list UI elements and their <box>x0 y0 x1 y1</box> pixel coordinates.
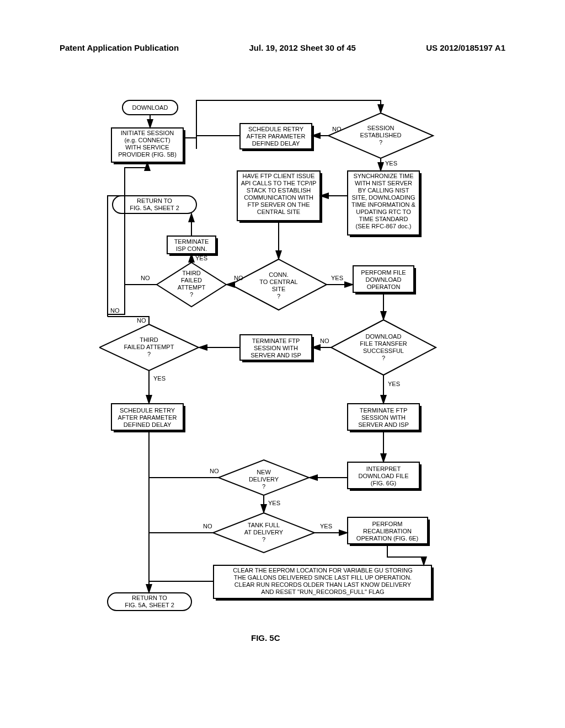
svg-text:?: ? <box>190 291 193 298</box>
svg-text:UPDATING RTC TO: UPDATING RTC TO <box>356 208 411 215</box>
svg-text:NO: NO <box>332 126 342 132</box>
node-perform-download: PERFORM FILE DOWNLOAD OPERATON <box>353 266 416 295</box>
node-session-established: SESSION ESTABLISHED ? <box>328 113 433 158</box>
svg-text:STACK TO ESTABLISH: STACK TO ESTABLISH <box>247 187 311 194</box>
svg-text:DOWNLOAD FILE: DOWNLOAD FILE <box>358 473 408 479</box>
svg-text:NO: NO <box>234 275 243 281</box>
svg-text:TIME STANDARD: TIME STANDARD <box>359 216 408 222</box>
node-terminate-isp: TERMINATE ISP CONN. <box>167 236 218 256</box>
svg-text:TIME INFORMATION &: TIME INFORMATION & <box>351 201 416 208</box>
svg-text:THIRD: THIRD <box>140 336 158 343</box>
svg-text:SYNCHRONIZE TIME: SYNCHRONIZE TIME <box>353 173 413 179</box>
svg-text:NO: NO <box>141 275 150 281</box>
svg-text:PERFORM FILE: PERFORM FILE <box>361 269 406 276</box>
svg-text:TO CENTRAL: TO CENTRAL <box>259 279 297 285</box>
header-left: Patent Application Publication <box>60 43 179 52</box>
svg-text:SUCCESSFUL: SUCCESSFUL <box>363 347 404 354</box>
svg-text:NO: NO <box>110 307 120 314</box>
svg-text:FIG. 5A, SHEET 2: FIG. 5A, SHEET 2 <box>130 205 179 211</box>
node-interpret: INTERPRET DOWNLOAD FILE (FIG. 6G) <box>348 462 422 491</box>
svg-text:?: ? <box>379 139 382 146</box>
svg-text:FAILED: FAILED <box>181 277 202 283</box>
svg-text:YES: YES <box>153 375 166 382</box>
svg-text:TERMINATE: TERMINATE <box>174 238 209 245</box>
svg-text:NO: NO <box>320 338 329 344</box>
svg-text:DEFINED DELAY: DEFINED DELAY <box>124 421 172 428</box>
svg-text:WITH SERVICE: WITH SERVICE <box>125 144 169 151</box>
svg-text:?: ? <box>147 351 151 357</box>
svg-text:YES: YES <box>268 500 280 506</box>
svg-text:AND RESET "RUN_RECORDS_FULL" F: AND RESET "RUN_RECORDS_FULL" FLAG <box>261 588 384 595</box>
node-perform-recal: PERFORM RECALIBRATION OPERATION (FIG. 6E… <box>348 517 430 546</box>
node-third-failed-small: THIRD FAILED ATTEMPT ? <box>157 263 226 307</box>
svg-text:PROVIDER (FIG. 5B): PROVIDER (FIG. 5B) <box>118 151 177 158</box>
svg-text:SITE, DOWNLOADING: SITE, DOWNLOADING <box>352 194 415 201</box>
svg-text:FIG. 5A, SHEET 2: FIG. 5A, SHEET 2 <box>125 602 174 608</box>
header-right: US 2012/0185197 A1 <box>426 43 505 52</box>
svg-text:TERMINATE FTP: TERMINATE FTP <box>252 338 300 344</box>
node-schedule-retry-bot: SCHEDULE RETRY AFTER PARAMETER DEFINED D… <box>111 404 185 432</box>
svg-text:FAILED ATTEMPT: FAILED ATTEMPT <box>124 344 174 350</box>
page-header: Patent Application Publication Jul. 19, … <box>60 43 505 52</box>
svg-text:THE GALLONS DELIVERED SINCE LA: THE GALLONS DELIVERED SINCE LAST FILL UP… <box>234 574 412 581</box>
svg-text:(e.g. CONNECT): (e.g. CONNECT) <box>124 137 170 143</box>
svg-text:BY CALLING NIST: BY CALLING NIST <box>358 187 409 194</box>
header-center: Jul. 19, 2012 Sheet 30 of 45 <box>249 43 355 52</box>
svg-text:INTERPRET: INTERPRET <box>366 465 401 472</box>
page: Patent Application Publication Jul. 19, … <box>0 0 565 728</box>
svg-text:ISP CONN.: ISP CONN. <box>176 245 207 252</box>
svg-text:CONN.: CONN. <box>269 271 288 278</box>
svg-text:WITH NIST SERVER: WITH NIST SERVER <box>355 180 412 186</box>
svg-text:FILE TRANSFER: FILE TRANSFER <box>360 340 407 347</box>
svg-text:AFTER PARAMETER: AFTER PARAMETER <box>118 414 177 421</box>
svg-text:NO: NO <box>203 523 212 529</box>
node-return-bot: RETURN TO FIG. 5A, SHEET 2 <box>108 593 191 611</box>
svg-text:YES: YES <box>388 381 400 387</box>
flowchart: DOWNLOAD INITIATE SESSION (e.g. CONNECT)… <box>99 94 458 646</box>
svg-text:ATTEMPT: ATTEMPT <box>178 284 206 291</box>
svg-text:?: ? <box>277 293 280 299</box>
svg-text:INITIATE SESSION: INITIATE SESSION <box>121 130 174 136</box>
svg-text:?: ? <box>262 536 265 543</box>
svg-text:NO: NO <box>137 317 146 324</box>
node-synchronize: SYNCHRONIZE TIME WITH NIST SERVER BY CAL… <box>348 171 422 237</box>
svg-text:ESTABLISHED: ESTABLISHED <box>360 132 402 138</box>
svg-text:SCHEDULE RETRY: SCHEDULE RETRY <box>248 126 304 132</box>
svg-text:FTP SERVER ON THE: FTP SERVER ON THE <box>247 201 310 208</box>
svg-text:TANK FULL: TANK FULL <box>248 522 280 528</box>
node-clear-eeprom: CLEAR THE EEPROM LOCATION FOR VARIABLE G… <box>214 565 434 601</box>
svg-text:?: ? <box>262 483 265 490</box>
svg-text:CENTRAL SITE: CENTRAL SITE <box>257 208 300 215</box>
svg-text:SERVER AND ISP: SERVER AND ISP <box>358 421 409 428</box>
svg-text:SCHEDULE RETRY: SCHEDULE RETRY <box>120 407 175 414</box>
svg-text:RECALIBRATION: RECALIBRATION <box>363 528 412 534</box>
svg-text:NEW: NEW <box>257 469 271 475</box>
svg-text:RETURN TO: RETURN TO <box>137 197 172 204</box>
svg-text:AFTER PARAMETER: AFTER PARAMETER <box>247 133 306 140</box>
node-download-success: DOWNLOAD FILE TRANSFER SUCCESSFUL ? <box>331 320 436 375</box>
node-third-failed: THIRD FAILED ATTEMPT ? <box>99 324 199 371</box>
svg-text:HAVE FTP CLIENT ISSUE: HAVE FTP CLIENT ISSUE <box>243 173 315 179</box>
node-new-delivery: NEW DELIVERY ? <box>218 460 309 495</box>
node-download: DOWNLOAD <box>122 100 178 115</box>
svg-text:COMMUNICATION WITH: COMMUNICATION WITH <box>244 194 313 201</box>
svg-text:CLEAR RUN RECORDS OLDER THAN L: CLEAR RUN RECORDS OLDER THAN LAST KNOW D… <box>234 581 412 588</box>
svg-text:NO: NO <box>210 468 219 474</box>
svg-text:PERFORM: PERFORM <box>372 521 403 527</box>
svg-text:DOWNLOAD: DOWNLOAD <box>366 333 402 340</box>
node-tank-full: TANK FULL AT DELIVERY ? <box>213 513 315 553</box>
node-terminate-ftp-mid: TERMINATE FTP SESSION WITH SERVER AND IS… <box>240 335 314 362</box>
svg-text:YES: YES <box>331 275 343 281</box>
svg-text:AT DELIVERY: AT DELIVERY <box>244 529 284 536</box>
svg-text:DOWNLOAD: DOWNLOAD <box>132 104 168 111</box>
node-conn-central: CONN. TO CENTRAL SITE ? <box>231 259 327 310</box>
svg-text:YES: YES <box>385 160 397 167</box>
svg-text:SERVER AND ISP: SERVER AND ISP <box>250 352 301 358</box>
svg-text:SESSION WITH: SESSION WITH <box>254 345 298 351</box>
svg-text:?: ? <box>382 355 385 361</box>
svg-text:DELIVERY: DELIVERY <box>249 476 279 483</box>
svg-text:SESSION: SESSION <box>367 125 395 131</box>
node-terminate-ftp-right: TERMINATE FTP SESSION WITH SERVER AND IS… <box>348 404 422 432</box>
svg-text:YES: YES <box>195 255 207 261</box>
svg-text:OPERATON: OPERATON <box>367 283 401 290</box>
